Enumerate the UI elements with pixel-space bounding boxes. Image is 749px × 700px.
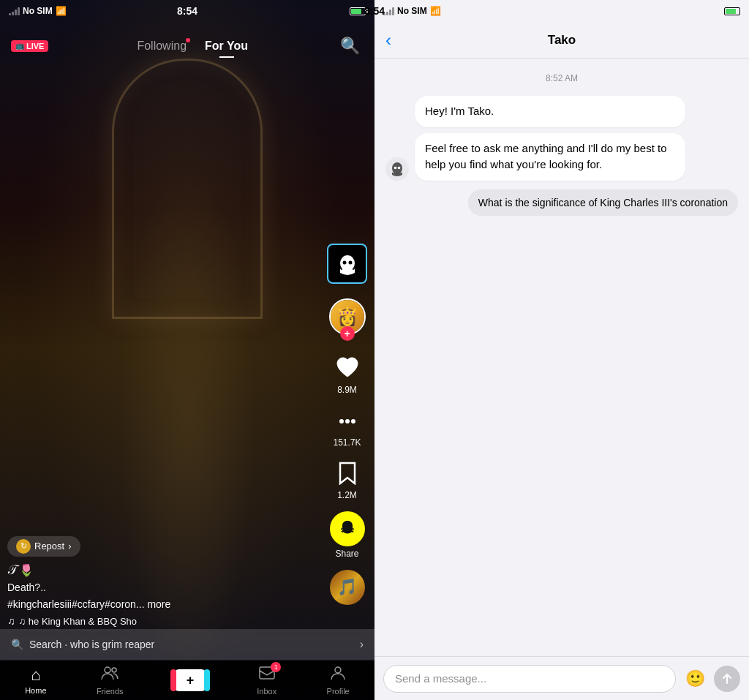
emoji-button[interactable]: 🙂 <box>682 666 708 692</box>
caption-hashtags[interactable]: #kingcharlesiii#ccfary#coron... more <box>7 598 323 612</box>
chat-input-area: Send a message... 🙂 <box>374 656 749 700</box>
search-button[interactable]: 🔍 <box>336 33 364 59</box>
bot-message-row: Hey! I'm Tako. Feel free to ask me anyth… <box>385 96 685 181</box>
greeting-bubble: Hey! I'm Tako. <box>415 96 685 127</box>
tv-icon: 📺 <box>15 42 24 50</box>
music-icon: ♫ <box>7 615 15 627</box>
cursive-icon: 𝒯 <box>7 562 15 578</box>
inbox-badge-count: 1 <box>271 662 281 672</box>
heart-icon <box>333 353 362 383</box>
like-button[interactable]: 8.9M <box>333 353 362 395</box>
music-avatar[interactable]: 🎵 <box>330 570 365 605</box>
tako-ghost-icon <box>334 251 361 277</box>
suggested-question[interactable]: What is the significance of King Charles… <box>468 189 738 216</box>
share-button[interactable]: Share <box>330 511 365 559</box>
right-status-bar: No SIM 📶 8:54 <box>374 0 749 22</box>
music-info: ♫ ♫ he King Khan & BBQ Sho <box>7 615 323 627</box>
nav-profile[interactable]: Profile <box>327 665 350 696</box>
search-icon-small: 🔍 <box>11 639 23 650</box>
video-info: ↻ Repost › 𝒯 🌷 Death?.. #kingcharlesiii#… <box>7 536 323 627</box>
left-topbar: 📺 LIVE Following For You 🔍 <box>0 0 374 73</box>
nav-add[interactable]: + <box>173 669 207 691</box>
flower-icon: 🌷 <box>19 563 34 577</box>
right-carrier: No SIM 📶 <box>383 6 441 16</box>
friends-icon <box>101 665 118 685</box>
bookmark-button[interactable]: 1.2M <box>333 459 362 500</box>
message-input[interactable]: Send a message... <box>383 665 676 693</box>
creator-avatar[interactable] <box>327 244 367 284</box>
svg-point-4 <box>339 419 344 424</box>
svg-point-6 <box>351 419 355 424</box>
svg-point-1 <box>340 255 355 271</box>
snapchat-icon <box>330 511 365 546</box>
repost-icon: ↻ <box>16 539 31 554</box>
right-battery-icon <box>724 7 740 15</box>
notification-dot <box>186 38 190 42</box>
right-panel: No SIM 📶 8:54 ‹ Tako 8:52 AM <box>374 0 749 700</box>
send-button[interactable] <box>714 666 740 692</box>
chat-title: Tako <box>548 33 576 48</box>
svg-point-12 <box>394 166 397 169</box>
left-panel: No SIM 📶 8:54 📺 LIVE Following For You 🔍 <box>0 0 374 700</box>
right-battery <box>724 7 740 15</box>
for-you-tab[interactable]: For You <box>197 36 255 56</box>
bookmark-count: 1.2M <box>337 490 357 500</box>
creator-name-row: 𝒯 🌷 <box>7 562 323 578</box>
svg-point-3 <box>348 260 352 264</box>
suggested-question-row: What is the significance of King Charles… <box>385 189 738 216</box>
home-icon: ⌂ <box>31 666 40 685</box>
chat-header: ‹ Tako <box>374 22 749 59</box>
back-button[interactable]: ‹ <box>385 30 391 50</box>
svg-point-2 <box>342 260 346 264</box>
svg-point-7 <box>105 667 110 673</box>
intro-bubble: Feel free to ask me anything and I'll do… <box>415 133 685 181</box>
feed-tabs: Following For You <box>48 36 336 56</box>
bookmark-icon <box>333 459 362 488</box>
search-suggestion-text: Search · who is grim reaper <box>29 639 354 650</box>
live-badge[interactable]: 📺 LIVE <box>11 40 48 52</box>
tako-ghost-chat-icon <box>389 161 405 177</box>
search-chevron-icon: › <box>360 638 364 651</box>
comment-button[interactable]: 151.7K <box>333 406 362 448</box>
comment-icon <box>333 406 362 435</box>
caption-line1: Death?.. <box>7 581 323 595</box>
tako-avatar-chat <box>385 157 409 181</box>
svg-point-10 <box>335 667 341 673</box>
search-suggestion-bar[interactable]: 🔍 Search · who is grim reaper › <box>0 629 374 660</box>
right-signal-icon <box>383 7 394 15</box>
repost-button[interactable]: ↻ Repost › <box>7 536 80 557</box>
bot-messages-container: Hey! I'm Tako. Feel free to ask me anyth… <box>415 96 685 181</box>
svg-point-13 <box>398 166 401 169</box>
right-time: 8:54 <box>374 5 385 17</box>
comment-count: 151.7K <box>333 437 361 448</box>
share-label: Share <box>335 549 358 559</box>
bottom-navigation: ⌂ Home Friends + <box>0 660 374 700</box>
nav-friends[interactable]: Friends <box>97 665 124 696</box>
follow-button[interactable]: + <box>340 326 355 341</box>
following-tab[interactable]: Following <box>129 36 194 56</box>
nav-home[interactable]: ⌂ Home <box>25 666 46 695</box>
like-count: 8.9M <box>337 385 357 395</box>
svg-point-8 <box>112 668 116 672</box>
send-icon <box>721 673 733 685</box>
add-content-button[interactable]: + <box>173 669 207 691</box>
profile-icon <box>330 665 346 685</box>
message-timestamp: 8:52 AM <box>385 73 738 83</box>
right-actions: 👸 + 8.9M 151.7K <box>327 244 367 605</box>
chat-messages: 8:52 AM Hey! I'm Tako. Feel free to ask … <box>374 59 749 656</box>
nav-inbox[interactable]: 1 Inbox <box>257 665 276 696</box>
svg-point-5 <box>345 419 350 424</box>
